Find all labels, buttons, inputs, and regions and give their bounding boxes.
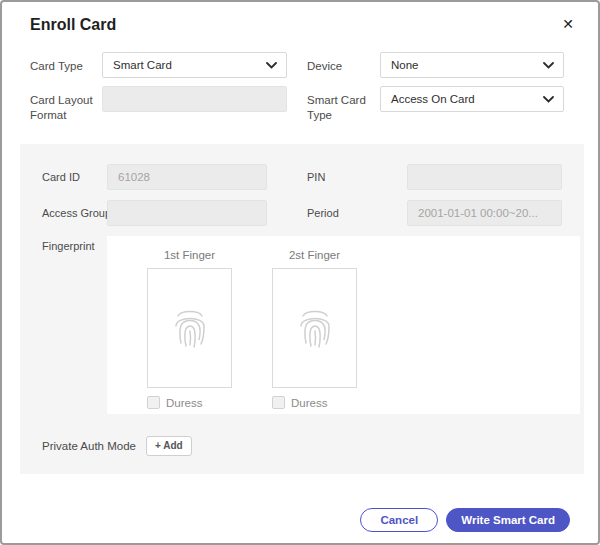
duress-checkbox[interactable] [272,396,285,409]
private-auth-mode-label: Private Auth Mode [42,440,136,452]
finger-2-title: 2st Finger [289,249,340,261]
chevron-down-icon [543,96,554,103]
duress-label: Duress [291,397,327,409]
fingerprint-icon [297,306,333,350]
finger-1-scan-box[interactable] [147,268,232,388]
finger-slot-1: 1st Finger [147,249,232,414]
card-layout-format-field [102,86,287,112]
device-value: None [391,59,419,71]
duress-label: Duress [166,397,202,409]
fingerprint-section: Fingerprint 1st Finger [42,236,562,414]
finger-1-duress: Duress [147,396,202,409]
chevron-down-icon [266,62,277,69]
card-type-value: Smart Card [113,59,172,71]
access-group-label: Access Group [42,207,107,219]
finger-slot-2: 2st Finger [272,249,357,414]
pin-label: PIN [307,171,407,183]
page-title: Enroll Card [30,16,116,34]
card-id-field: 61028 [107,164,267,190]
card-info-panel: Card ID 61028 PIN Access Group Period 20… [20,144,584,474]
smart-card-type-label: Smart Card Type [307,86,380,123]
finger-1-title: 1st Finger [164,249,215,261]
finger-2-scan-box[interactable] [272,268,357,388]
card-type-label: Card Type [30,52,102,74]
add-private-auth-button[interactable]: + Add [146,436,192,456]
top-form: Card Type Smart Card Device None [30,52,574,131]
access-group-field [107,200,267,226]
smart-card-type-value: Access On Card [391,93,475,105]
card-type-select[interactable]: Smart Card [102,52,287,78]
fingerprint-label: Fingerprint [42,236,107,252]
dialog-footer: Cancel Write Smart Card [360,508,570,532]
private-auth-row: Private Auth Mode + Add [42,436,562,456]
duress-checkbox[interactable] [147,396,160,409]
close-icon[interactable]: ✕ [558,14,578,34]
fingerprint-area: 1st Finger [107,236,580,414]
period-label: Period [307,207,407,219]
device-label: Device [307,52,380,78]
smart-card-type-select[interactable]: Access On Card [380,86,564,112]
card-layout-format-label: Card Layout Format [30,86,102,123]
write-smart-card-button[interactable]: Write Smart Card [446,508,570,532]
period-field: 2001-01-01 00:00~20... [407,200,562,226]
finger-2-duress: Duress [272,396,327,409]
card-id-label: Card ID [42,171,107,183]
pin-field [407,164,562,190]
cancel-button[interactable]: Cancel [360,508,438,532]
enroll-card-dialog: Enroll Card ✕ Card Type Smart Card Devic… [0,0,600,545]
fingerprint-icon [172,306,208,350]
chevron-down-icon [543,62,554,69]
device-select[interactable]: None [380,52,564,78]
